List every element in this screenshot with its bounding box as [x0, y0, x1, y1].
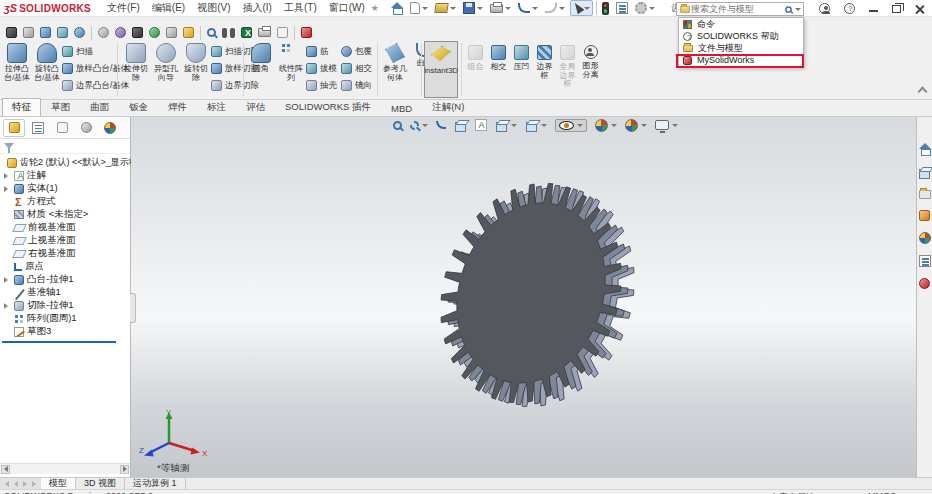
expand-caret-icon[interactable] — [4, 186, 8, 192]
tab-dimxpertmanager[interactable] — [75, 119, 97, 137]
file-properties-button[interactable] — [614, 1, 630, 15]
undo-button[interactable] — [516, 2, 540, 14]
view-settings-button[interactable] — [655, 120, 678, 130]
print-small-icon[interactable] — [258, 28, 271, 37]
appearances-icon[interactable] — [919, 232, 931, 244]
mold-icon[interactable] — [132, 27, 143, 38]
tree-item-solid-bodies[interactable]: 实体(1) — [0, 182, 130, 195]
search-options-caret[interactable] — [795, 8, 801, 11]
menu-item-commands[interactable]: 命令 — [679, 18, 803, 30]
intersect-body-button[interactable]: 相交 — [487, 41, 510, 98]
pin-check-icon[interactable] — [149, 27, 160, 38]
home-button[interactable] — [389, 1, 405, 15]
tab-displaymanager[interactable] — [99, 119, 121, 137]
login-user-icon[interactable] — [819, 3, 830, 14]
restore-button[interactable] — [892, 5, 901, 13]
annotation-view-button[interactable] — [475, 119, 487, 131]
gear2-icon[interactable] — [115, 27, 126, 38]
tree-horizontal-scrollbar[interactable] — [0, 463, 130, 474]
options-button[interactable] — [633, 1, 657, 15]
tab-mbd[interactable]: MBD — [381, 100, 422, 116]
print-button[interactable] — [488, 3, 513, 14]
tab-features[interactable]: 特征 — [2, 98, 41, 116]
apply-scene-button[interactable] — [625, 119, 647, 132]
menu-item-mysolidworks[interactable]: MySolidWorks — [679, 54, 803, 66]
isolate-button[interactable]: 图形分离 — [579, 41, 602, 98]
edit-appearance-button[interactable] — [595, 119, 617, 132]
revolved-boss-button[interactable]: 旋转凸台/基体 — [33, 41, 61, 98]
gear-settings-icon[interactable] — [98, 27, 109, 38]
menu-edit[interactable]: 编辑(E) — [150, 0, 187, 16]
design-library-icon[interactable] — [918, 166, 931, 179]
taskpane-home-icon[interactable] — [919, 143, 931, 155]
previous-view-button[interactable] — [436, 121, 446, 129]
tab-featuremanager[interactable] — [3, 119, 25, 137]
rollback-bar[interactable] — [2, 341, 116, 343]
first-tab-button[interactable] — [3, 480, 11, 488]
gear-model[interactable] — [131, 117, 916, 477]
file-explorer-icon[interactable] — [919, 190, 931, 199]
tree-item-material[interactable]: 材质 <未指定> — [0, 208, 130, 221]
swept-boss-button[interactable]: 扫描 — [62, 44, 129, 59]
doc-star-icon[interactable] — [277, 27, 288, 38]
select-tool-button[interactable] — [570, 0, 593, 16]
search-box[interactable] — [676, 2, 804, 16]
hole-wizard-button[interactable]: 异型孔向导 — [152, 41, 180, 98]
tab-propertymanager[interactable] — [27, 119, 49, 137]
tree-item-right-plane[interactable]: 右视基准面 — [0, 247, 130, 260]
rib-button[interactable]: 筋 — [306, 44, 337, 59]
save-button[interactable] — [461, 1, 485, 15]
tree-item-axis1[interactable]: 基准轴1 — [0, 286, 130, 299]
next-tab-button[interactable] — [21, 480, 29, 488]
search-icon[interactable] — [785, 6, 792, 13]
tree-item-boss-extrude1[interactable]: 凸台-拉伸1 — [0, 273, 130, 286]
expand-caret-icon[interactable] — [4, 173, 8, 179]
menu-view[interactable]: 视图(V) — [195, 0, 232, 16]
ruler-icon[interactable] — [23, 27, 34, 38]
rebuild-button[interactable] — [600, 1, 611, 16]
shell-button[interactable]: 抽壳 — [306, 78, 337, 93]
tree-item-equations[interactable]: 方程式 — [0, 195, 130, 208]
open-button[interactable] — [433, 2, 458, 14]
share-icon[interactable] — [57, 27, 68, 38]
zoom-fit-button[interactable] — [393, 121, 402, 130]
search-input[interactable] — [691, 4, 784, 14]
binoculars-icon[interactable] — [222, 28, 235, 38]
tree-item-top-plane[interactable]: 上视基准面 — [0, 234, 130, 247]
spring-icon[interactable] — [166, 27, 177, 38]
view-orientation-button[interactable] — [495, 119, 517, 132]
menu-window[interactable]: 窗口(W) — [327, 0, 367, 16]
excel-icon[interactable] — [241, 27, 252, 38]
lofted-boss-button[interactable]: 放样凸台/基体 — [62, 61, 129, 76]
revolved-cut-button[interactable]: 旋转切除 — [182, 41, 210, 98]
tree-item-origin[interactable]: 原点 — [0, 260, 130, 273]
tab-addins[interactable]: SOLIDWORKS 插件 — [275, 98, 381, 116]
panel-splitter-handle[interactable] — [130, 293, 136, 323]
menu-pin-icon[interactable]: ★ — [371, 3, 379, 13]
tab-configurationmanager[interactable] — [51, 119, 73, 137]
tab-annotation[interactable]: 注解(N) — [422, 98, 474, 116]
graphics-viewport[interactable]: Y X Z *等轴测 — [131, 117, 916, 477]
menu-file[interactable]: 文件(F) — [105, 0, 142, 16]
scroll-left-button[interactable] — [1, 465, 10, 474]
last-tab-button[interactable] — [30, 480, 38, 488]
menu-insert[interactable]: 插入(I) — [241, 0, 274, 16]
tab-3d-views[interactable]: 3D 视图 — [76, 478, 125, 489]
minimize-button[interactable] — [869, 5, 878, 13]
close-button[interactable] — [915, 4, 924, 13]
display-style-button[interactable] — [525, 119, 547, 132]
expand-caret-icon[interactable] — [4, 303, 8, 309]
view-palette-icon[interactable] — [919, 210, 930, 221]
monitor-icon[interactable] — [40, 27, 51, 38]
extruded-cut-button[interactable]: 拉伸切除 — [122, 41, 150, 98]
expand-caret-icon[interactable] — [4, 277, 8, 283]
intersect-button[interactable]: 相交 — [341, 61, 372, 76]
tab-motion-study[interactable]: 运动算例 1 — [125, 478, 186, 489]
tree-root[interactable]: 齿轮2 (默认) <<默认>_显示状态 1> — [0, 156, 130, 169]
section-view-button[interactable] — [454, 119, 467, 132]
tree-item-front-plane[interactable]: 前视基准面 — [0, 221, 130, 234]
help-icon[interactable] — [844, 3, 855, 14]
tab-dimxpert[interactable]: 标注 — [197, 98, 236, 116]
forum-icon[interactable] — [919, 278, 930, 289]
tab-weldments[interactable]: 焊件 — [158, 98, 197, 116]
